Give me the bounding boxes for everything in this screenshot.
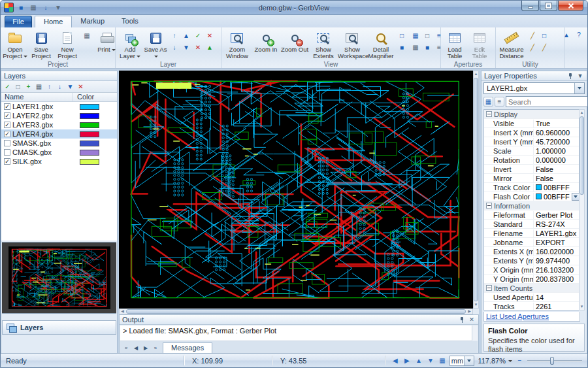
layer-properties-icon[interactable] (34, 82, 44, 92)
marker-icon[interactable] (527, 42, 538, 53)
previous-tab-icon[interactable] (131, 344, 140, 353)
horizontal-scroll-thumb[interactable] (126, 309, 466, 314)
minimize-ribbon-icon[interactable] (561, 30, 572, 41)
help-icon[interactable] (574, 30, 584, 41)
show-workspace-button[interactable]: Show Workspace (338, 29, 367, 61)
save-as-button[interactable]: Save As (143, 29, 168, 61)
new-project-button[interactable]: New Project (54, 29, 80, 61)
property-value[interactable]: 200.837800 (534, 275, 580, 283)
check-all-layers-icon[interactable] (3, 82, 12, 92)
scroll-right-arrow-icon[interactable] (466, 309, 472, 314)
minimize-button[interactable] (521, 1, 539, 11)
property-row[interactable]: Standard RS-274X (484, 220, 580, 229)
property-row[interactable]: Extents Y (m... 99.974400 (484, 256, 580, 265)
pin-icon[interactable] (566, 72, 574, 80)
layer-visible-checkbox[interactable]: ✓ (4, 103, 10, 110)
layer-row[interactable]: ✓ LAYER2.gbx (1, 111, 117, 120)
zoom-window-button[interactable]: Zoom Window (223, 29, 252, 61)
zoom-out-slider-icon[interactable] (515, 354, 524, 367)
property-category-item-counts[interactable]: Item Counts (484, 284, 580, 293)
canvas-vertical-scrollbar[interactable] (473, 71, 479, 309)
save-project-button[interactable]: Save Project (28, 29, 54, 61)
layer-row[interactable]: CMASK.gbx (1, 148, 117, 157)
list-used-apertures-link[interactable]: List Used Apertures (484, 312, 549, 320)
property-value[interactable]: 216.103200 (534, 266, 580, 274)
property-row[interactable]: Tracks 2261 (484, 302, 580, 310)
layer-move-up-icon[interactable] (169, 31, 180, 41)
layer-delete-icon[interactable] (204, 31, 215, 41)
chevron-down-icon[interactable] (464, 356, 474, 365)
remove-layer-icon[interactable] (76, 82, 86, 92)
property-value[interactable]: 99.974400 (534, 257, 580, 265)
uncheck-all-layers-icon[interactable] (13, 82, 23, 92)
maximize-button[interactable] (540, 1, 557, 11)
grid-toggle-icon[interactable] (438, 354, 446, 367)
property-category-information[interactable]: Information (484, 201, 580, 210)
pan-right-icon[interactable] (402, 354, 411, 367)
property-grid-scrollbar[interactable] (579, 109, 585, 310)
property-row[interactable]: Rotation 0.000000 (484, 156, 580, 165)
zoom-selected-icon[interactable] (397, 42, 407, 53)
pan-left-icon[interactable] (391, 354, 399, 367)
scroll-left-arrow-icon[interactable] (120, 309, 125, 314)
layer-color-swatch[interactable] (80, 131, 99, 137)
zoom-in-button[interactable]: Zoom In (252, 29, 280, 61)
property-value[interactable]: EXPORT (534, 239, 580, 246)
scroll-up-arrow-icon[interactable] (473, 71, 479, 77)
property-value[interactable]: False (534, 175, 580, 182)
scroll-up-arrow-icon[interactable] (579, 110, 585, 116)
show-extents-button[interactable]: Show Extents (309, 29, 338, 61)
first-tab-icon[interactable] (122, 344, 131, 353)
collapse-icon[interactable] (486, 285, 492, 291)
title-bar[interactable]: demo.gbw - GerbView (1, 1, 587, 15)
layer-row[interactable]: SMASK.gbx (1, 139, 117, 148)
highlight-pen-icon[interactable] (539, 42, 549, 53)
layer-properties-caption[interactable]: Layer Properties (482, 71, 587, 81)
layer-visible-checkbox[interactable] (4, 140, 10, 146)
scroll-down-arrow-icon[interactable] (473, 302, 479, 308)
vertical-scroll-thumb[interactable] (474, 78, 478, 301)
canvas-horizontal-scrollbar[interactable] (119, 309, 473, 314)
toggle-grid-icon[interactable] (410, 31, 421, 41)
add-layer-small-icon[interactable] (24, 82, 33, 92)
property-row[interactable]: Y Origin (mm) 200.837800 (484, 275, 580, 284)
scroll-down-arrow-icon[interactable] (579, 304, 585, 310)
property-row[interactable]: Invert False (484, 165, 580, 174)
property-row[interactable]: Insert X (mm) 60.960000 (484, 128, 580, 137)
property-value[interactable]: 1.000000 (534, 147, 580, 155)
property-value[interactable]: 0.000000 (534, 156, 580, 164)
pan-up-icon[interactable] (414, 354, 423, 367)
layer-color-swatch[interactable] (80, 122, 99, 128)
property-value[interactable]: False (534, 165, 580, 173)
property-row[interactable]: Fileformat Gerber Plot (484, 210, 580, 220)
move-layer-down-icon[interactable] (55, 82, 65, 92)
layers-bottom-tab[interactable]: Layers (2, 320, 116, 335)
output-log[interactable]: > Loaded file: SMASK.gbx, Format : Gerbe… (120, 326, 472, 341)
layers-panel-caption[interactable]: Layers (1, 71, 117, 81)
layer-visible-checkbox[interactable] (4, 149, 10, 156)
property-value[interactable]: 00BFFF (534, 184, 580, 192)
close-button[interactable] (558, 1, 583, 11)
layer-visible-checkbox[interactable]: ✓ (4, 122, 10, 128)
property-row[interactable]: Track Color 00BFFF (484, 183, 580, 192)
panel-menu-icon[interactable] (576, 72, 584, 80)
layer-check-all-icon[interactable] (193, 31, 203, 41)
next-tab-icon[interactable] (141, 344, 150, 353)
highlight-icon[interactable] (422, 42, 433, 53)
tab-messages[interactable]: Messages (163, 343, 212, 353)
close-panel-icon[interactable] (468, 316, 476, 324)
zoom-level[interactable]: 117.87% (478, 357, 506, 365)
pcb-canvas[interactable] (119, 71, 473, 309)
zoom-slider[interactable] (527, 356, 582, 366)
property-value[interactable]: 00BFFF (534, 193, 580, 201)
add-layer-button[interactable]: Add Layer (117, 29, 143, 61)
zoom-previous-icon[interactable] (397, 31, 407, 41)
property-row[interactable]: X Origin (mm) 216.103200 (484, 265, 580, 275)
measure-area-icon[interactable] (539, 31, 549, 41)
chevron-down-icon[interactable] (574, 83, 584, 93)
send-to-back-icon[interactable] (65, 82, 75, 92)
property-row[interactable]: Scale 1.000000 (484, 146, 580, 156)
pin-icon[interactable] (458, 316, 466, 324)
property-value[interactable]: 160.020000 (534, 248, 580, 256)
output-panel-caption[interactable]: Output (120, 315, 478, 325)
